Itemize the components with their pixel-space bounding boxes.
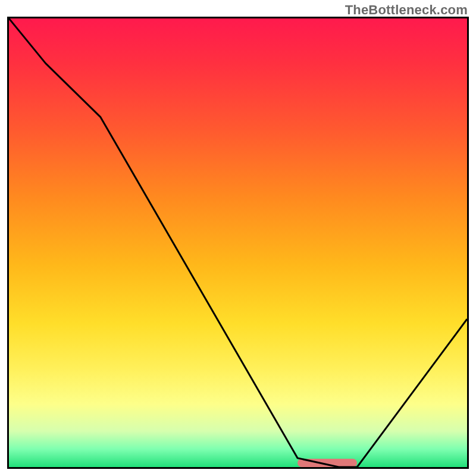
watermark-text: TheBottleneck.com: [345, 2, 468, 18]
bottleneck-curve: [9, 18, 467, 467]
chart-frame: [7, 17, 469, 469]
curve-path: [9, 18, 467, 467]
